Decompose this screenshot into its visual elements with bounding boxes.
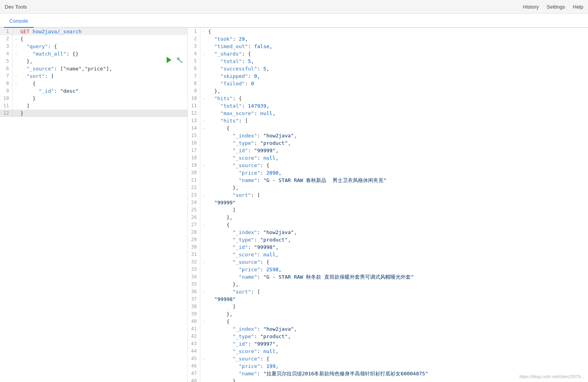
settings-link[interactable]: Settings	[547, 4, 565, 10]
right-code-content: "timed_out": false,	[207, 43, 272, 50]
fold-toggle-right	[203, 206, 207, 214]
right-line-number: 38	[188, 303, 200, 310]
left-code-content: ]	[20, 102, 29, 110]
request-editor[interactable]: 1GET how2java/_search2-{3- "query": {4- …	[0, 28, 187, 382]
right-code-content: "_index": "how2java",	[207, 325, 297, 333]
right-line-number: 46	[188, 362, 200, 370]
history-link[interactable]: History	[523, 4, 539, 10]
right-code-content: "took": 29,	[207, 35, 248, 43]
left-code-content: "match_all": {}	[20, 50, 79, 58]
right-panel: 1-{2 "took": 29,3 "timed_out": false,4- …	[188, 28, 588, 382]
right-code-content: "total": 5,	[207, 58, 254, 65]
fold-toggle-right	[203, 229, 207, 236]
right-line-31: 31 "_score": null,	[188, 251, 588, 258]
right-line-number: 17	[188, 147, 200, 154]
right-line-number: 40	[188, 318, 200, 325]
fold-toggle-right	[203, 348, 207, 355]
left-line-10: 10 }	[0, 95, 187, 102]
run-button[interactable]	[166, 56, 172, 64]
left-panel: 1GET how2java/_search2-{3- "query": {4- …	[0, 28, 188, 382]
right-code-content: {	[207, 221, 230, 229]
fold-toggle[interactable]: -	[15, 72, 20, 80]
fold-toggle-right[interactable]: -	[203, 28, 207, 35]
main-content: 1GET how2java/_search2-{3- "query": {4- …	[0, 28, 588, 382]
fold-toggle	[15, 58, 20, 65]
left-line-number: 4	[0, 50, 13, 58]
right-line-15: 15 "_index": "how2java",	[188, 132, 588, 139]
fold-toggle-right[interactable]: -	[203, 162, 207, 169]
right-code-content: "_source": {	[207, 258, 270, 266]
left-line-number: 9	[0, 87, 13, 95]
right-line-45: 45- "_source": {	[188, 355, 588, 362]
fold-toggle-right	[203, 87, 207, 95]
fold-toggle-right[interactable]: -	[203, 258, 207, 266]
right-line-number: 32	[188, 258, 200, 266]
fold-toggle-right	[203, 377, 207, 382]
right-line-36: 36- "sort": [	[188, 288, 588, 296]
fold-toggle-right[interactable]: -	[203, 117, 207, 124]
fold-toggle-right	[203, 214, 207, 221]
right-line-12: 12 "max_score": null,	[188, 110, 588, 117]
fold-toggle-right[interactable]: -	[203, 95, 207, 102]
fold-toggle[interactable]: -	[15, 50, 20, 58]
fold-toggle[interactable]: -	[15, 80, 20, 87]
right-line-number: 25	[188, 206, 200, 214]
left-code-content: }	[20, 95, 36, 102]
right-code-content: },	[207, 377, 239, 382]
left-line-7: 7- "sort": [	[0, 72, 187, 80]
right-line-number: 47	[188, 370, 200, 377]
fold-toggle-right[interactable]: -	[203, 50, 207, 58]
left-line-number: 2	[0, 35, 13, 43]
left-line-6: 6 "_source": ["name","price"],	[0, 65, 187, 72]
right-line-number: 42	[188, 333, 200, 340]
fold-toggle-right[interactable]: -	[203, 355, 207, 362]
right-line-26: 26 },	[188, 214, 588, 221]
fold-toggle-right	[203, 266, 207, 273]
right-code-content: "_score": null,	[207, 348, 279, 355]
fold-toggle	[15, 28, 20, 35]
fold-toggle-right[interactable]: -	[203, 221, 207, 229]
right-line-18: 18 "_score": null,	[188, 154, 588, 162]
right-line-7: 7 "skipped": 0,	[188, 72, 588, 80]
right-line-number: 37	[188, 296, 200, 303]
response-editor[interactable]: 1-{2 "took": 29,3 "timed_out": false,4- …	[188, 28, 588, 382]
left-code-content: {	[20, 80, 36, 87]
right-line-number: 35	[188, 281, 200, 288]
fold-toggle-right	[203, 325, 207, 333]
right-line-23: 23- "sort": [	[188, 191, 588, 199]
right-code-content: "_type": "product",	[207, 333, 291, 340]
right-line-number: 3	[188, 43, 200, 50]
fold-toggle[interactable]: -	[15, 43, 20, 50]
fold-toggle-right[interactable]: -	[203, 124, 207, 132]
right-line-44: 44 "_score": null,	[188, 348, 588, 355]
right-code-content: {	[207, 124, 230, 132]
right-line-number: 29	[188, 236, 200, 243]
right-line-8: 8 "failed": 0	[188, 80, 588, 87]
watermark: https://blog.csdn.net/chen13579...	[520, 374, 584, 379]
left-line-number: 7	[0, 72, 13, 80]
left-line-2: 2-{	[0, 35, 187, 43]
right-code-content: "name": "G - STAR RAW 春秋新品 男士卫衣风格休闲夹克"	[207, 177, 387, 184]
left-line-number: 12	[0, 110, 13, 117]
right-line-number: 31	[188, 251, 200, 258]
fold-toggle-right[interactable]: -	[203, 288, 207, 296]
fold-toggle-right	[203, 147, 207, 154]
fold-toggle-right	[203, 132, 207, 139]
left-line-number: 10	[0, 95, 13, 102]
help-link[interactable]: Help	[573, 4, 583, 10]
right-code-content: {	[207, 28, 211, 35]
left-code-content: "query": {	[20, 43, 57, 50]
fold-toggle[interactable]: -	[15, 35, 20, 43]
right-line-number: 33	[188, 266, 200, 273]
left-line-12: 12}	[0, 110, 187, 117]
fold-toggle-right[interactable]: -	[203, 318, 207, 325]
right-line-13: 13- "hits": [	[188, 117, 588, 124]
right-line-41: 41 "_index": "how2java",	[188, 325, 588, 333]
right-line-10: 10- "hits": {	[188, 95, 588, 102]
wrench-button[interactable]: 🔧	[175, 56, 183, 64]
right-code-content: "max_score": null,	[207, 110, 275, 117]
fold-toggle-right[interactable]: -	[203, 191, 207, 199]
tab-console[interactable]: Console	[4, 15, 34, 28]
right-code-content: "_index": "how2java",	[207, 229, 297, 236]
right-line-42: 42 "_type": "product",	[188, 333, 588, 340]
